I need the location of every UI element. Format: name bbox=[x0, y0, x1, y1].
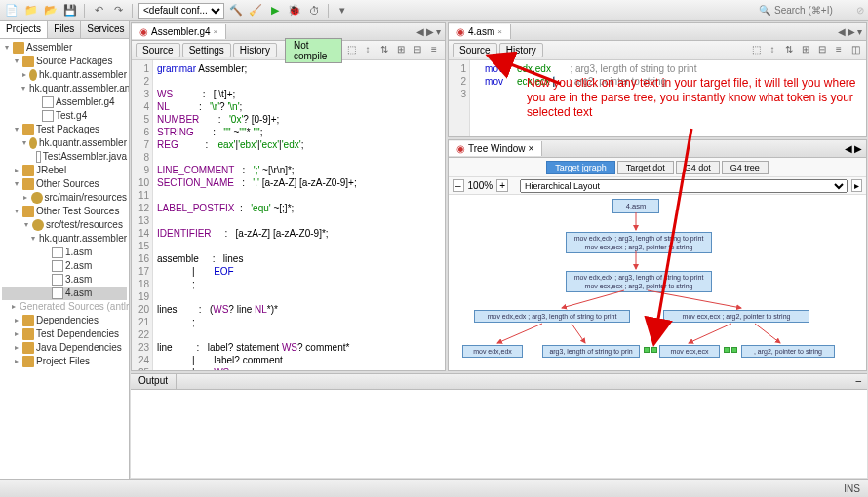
close-icon[interactable]: × bbox=[214, 27, 218, 36]
minimize-icon[interactable]: – bbox=[849, 374, 867, 389]
toolbar-icon[interactable]: ⊟ bbox=[815, 44, 829, 57]
graph-handle[interactable] bbox=[651, 347, 657, 353]
search-box[interactable]: 🔍 ⊘ bbox=[759, 5, 864, 16]
zoom-out-btn[interactable]: – bbox=[453, 179, 464, 192]
tree-node[interactable]: ▾Test Packages bbox=[2, 123, 127, 136]
toolbar-icon[interactable]: ≡ bbox=[832, 44, 846, 57]
tree-node[interactable]: ▸JRebel bbox=[2, 164, 127, 177]
redo-icon[interactable]: ↷ bbox=[110, 3, 126, 19]
file-tab-assembler[interactable]: ◉ Assembler.g4 × bbox=[132, 24, 226, 39]
more-icon[interactable]: ▾ bbox=[335, 3, 350, 19]
source-btn[interactable]: Source bbox=[136, 43, 180, 57]
close-icon[interactable]: × bbox=[497, 27, 502, 36]
project-tree[interactable]: ▾Assembler▾Source Packages▸hk.quantr.ass… bbox=[0, 39, 129, 479]
tree-node[interactable]: ▾src/test/resources bbox=[2, 218, 127, 232]
tree-node[interactable]: ▸Generated Sources (antlr4) bbox=[2, 300, 127, 314]
history-btn[interactable]: History bbox=[499, 43, 543, 57]
search-cancel-icon[interactable]: ⊘ bbox=[856, 5, 864, 16]
tree-node[interactable]: 3.asm bbox=[2, 273, 127, 287]
zoom-in-btn[interactable]: + bbox=[496, 179, 508, 192]
toolbar-icon[interactable]: ↕ bbox=[361, 44, 375, 57]
next-tab-icon[interactable]: ▶ bbox=[426, 26, 434, 37]
output-content[interactable] bbox=[131, 390, 867, 478]
tree-node[interactable]: ▸src/main/resources bbox=[2, 191, 127, 205]
graph-handle[interactable] bbox=[724, 347, 730, 353]
toolbar-icon[interactable]: ≡ bbox=[427, 44, 441, 57]
open-icon[interactable]: 📂 bbox=[43, 3, 59, 19]
layout-select[interactable]: Hierarchical Layout bbox=[520, 179, 848, 193]
output-tab[interactable]: Output bbox=[131, 374, 177, 389]
tree-window-tab[interactable]: ◉ Tree Window × bbox=[449, 141, 542, 156]
g4-dot-btn[interactable]: G4 dot bbox=[676, 161, 720, 174]
layout-apply-btn[interactable]: ▸ bbox=[851, 179, 862, 192]
new-project-icon[interactable]: 📁 bbox=[23, 3, 39, 19]
graph-node[interactable]: , arg2, pointer to string bbox=[741, 345, 835, 358]
code-content[interactable]: grammar Assembler; WS : [ \t]+; NL : '\r… bbox=[153, 60, 445, 370]
source-btn[interactable]: Source bbox=[453, 43, 497, 57]
tree-node[interactable]: ▸Test Dependencies bbox=[2, 327, 127, 341]
code-area-left[interactable]: 1234567891011121314151617181920212223242… bbox=[132, 60, 445, 370]
target-dot-btn[interactable]: Target dot bbox=[617, 161, 674, 174]
tab-files[interactable]: Files bbox=[48, 21, 81, 38]
tab-list-icon[interactable]: ▾ bbox=[857, 26, 862, 37]
graph-node[interactable]: mov ecx,ecx ; arg2, pointer to string bbox=[663, 310, 809, 323]
graph-node[interactable]: mov ecx,ecx bbox=[659, 345, 720, 358]
toolbar-icon[interactable]: ◫ bbox=[848, 44, 862, 57]
tree-node[interactable]: 2.asm bbox=[2, 259, 127, 273]
graph-node[interactable]: mov edx,edx bbox=[462, 345, 523, 358]
clean-icon[interactable]: 🧹 bbox=[248, 3, 263, 19]
tree-node[interactable]: ▾Source Packages bbox=[2, 55, 127, 68]
graph-node[interactable]: 4.asm bbox=[612, 199, 659, 213]
run-icon[interactable]: ▶ bbox=[267, 3, 283, 19]
next-tab-icon[interactable]: ▶ bbox=[848, 26, 855, 37]
save-icon[interactable]: 💾 bbox=[62, 3, 78, 19]
tree-node[interactable]: Assembler.g4 bbox=[2, 96, 127, 109]
tab-projects[interactable]: Projects bbox=[0, 21, 48, 38]
toolbar-icon[interactable]: ⇅ bbox=[377, 44, 391, 57]
g4-tree-btn[interactable]: G4 tree bbox=[722, 161, 769, 174]
graph-node[interactable]: mov edx,edx ; arg3, length of string to … bbox=[566, 271, 712, 292]
debug-icon[interactable]: 🐞 bbox=[287, 3, 302, 19]
graph-handle[interactable] bbox=[731, 347, 737, 353]
tree-node[interactable]: ▸Java Dependencies bbox=[2, 341, 127, 355]
config-select[interactable]: <default conf... bbox=[138, 3, 224, 19]
graph-node[interactable]: mov edx,edx ; arg3, length of string to … bbox=[566, 232, 712, 253]
tree-node[interactable]: ▾hk.quantr.assembler bbox=[2, 232, 127, 246]
prev-icon[interactable]: ◀ bbox=[845, 143, 852, 154]
toolbar-icon[interactable]: ⊞ bbox=[394, 44, 408, 57]
tree-node[interactable]: ▾Other Sources bbox=[2, 177, 127, 191]
close-icon[interactable]: × bbox=[529, 143, 534, 154]
tree-node[interactable]: ▸Project Files bbox=[2, 355, 127, 368]
profile-icon[interactable]: ⏱ bbox=[306, 3, 322, 19]
file-tab-4asm[interactable]: ◉ 4.asm × bbox=[449, 24, 511, 39]
graph-handle[interactable] bbox=[644, 347, 650, 353]
target-jgraph-btn[interactable]: Target jgraph bbox=[546, 161, 615, 174]
new-file-icon[interactable]: 📄 bbox=[4, 3, 20, 19]
settings-btn[interactable]: Settings bbox=[182, 43, 231, 57]
toolbar-icon[interactable]: ⇅ bbox=[782, 44, 796, 57]
parse-tree-graph[interactable]: 4.asm mov edx,edx ; arg3, length of stri… bbox=[449, 195, 866, 370]
prev-tab-icon[interactable]: ◀ bbox=[416, 26, 424, 37]
tree-node[interactable]: 1.asm bbox=[2, 246, 127, 259]
build-icon[interactable]: 🔨 bbox=[228, 3, 244, 19]
toolbar-icon[interactable]: ↕ bbox=[766, 44, 779, 57]
tree-node[interactable]: ▸hk.quantr.assembler bbox=[2, 68, 127, 82]
tree-node[interactable]: ▾Assembler bbox=[2, 41, 127, 55]
next-icon[interactable]: ▶ bbox=[854, 143, 862, 154]
graph-node[interactable]: arg3, length of string to prin bbox=[542, 345, 640, 358]
tree-node[interactable]: 4.asm bbox=[2, 287, 127, 300]
tab-list-icon[interactable]: ▾ bbox=[436, 26, 441, 37]
tree-node[interactable]: ▸Dependencies bbox=[2, 314, 127, 327]
tree-node[interactable]: ▾hk.quantr.assembler bbox=[2, 136, 127, 150]
toolbar-icon[interactable]: ⬚ bbox=[749, 44, 763, 57]
tree-node[interactable]: TestAssembler.java bbox=[2, 150, 127, 164]
tree-node[interactable]: Test.g4 bbox=[2, 109, 127, 123]
tree-node[interactable]: ▾hk.quantr.assembler.antlr bbox=[2, 82, 127, 96]
tree-node[interactable]: ▾Other Test Sources bbox=[2, 205, 127, 218]
search-input[interactable] bbox=[774, 5, 852, 16]
prev-tab-icon[interactable]: ◀ bbox=[838, 26, 846, 37]
toolbar-icon[interactable]: ⬚ bbox=[344, 44, 358, 57]
undo-icon[interactable]: ↶ bbox=[91, 3, 106, 19]
toolbar-icon[interactable]: ⊟ bbox=[411, 44, 424, 57]
toolbar-icon[interactable]: ⊞ bbox=[799, 44, 812, 57]
